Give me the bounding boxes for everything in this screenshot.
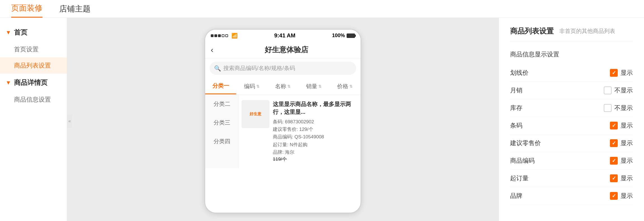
phone-product-item: 好生意 这里显示商品名称，最多显示两行，这里显... 条码: 698730029… bbox=[242, 97, 358, 165]
status-time: 9:41 AM bbox=[274, 32, 295, 39]
product-name: 这里显示商品名称，最多显示两行，这里显... bbox=[273, 100, 358, 116]
setting-display-text-barcode: 显示 bbox=[621, 121, 633, 130]
setting-control-min-order: 显示 bbox=[610, 174, 633, 182]
setting-label-suggested-retail-price: 建议零售价 bbox=[510, 139, 610, 147]
signal-bar-1 bbox=[211, 34, 214, 37]
checkbox-strikethrough-price[interactable] bbox=[610, 69, 618, 77]
phone-status-bar: 📶 9:41 AM 100% bbox=[205, 30, 361, 42]
setting-control-product-code: 显示 bbox=[610, 157, 633, 165]
sidebar-section-home[interactable]: ▼ 首页 bbox=[0, 23, 67, 41]
setting-display-text-monthly-sales: 不显示 bbox=[614, 86, 633, 95]
setting-row-barcode: 条码显示 bbox=[510, 117, 633, 134]
right-panel-title: 商品列表设置 bbox=[510, 26, 554, 36]
sort-icon-sales: ⇅ bbox=[318, 84, 322, 88]
setting-row-strikethrough-price: 划线价显示 bbox=[510, 64, 633, 82]
phone-tab-sales[interactable]: 销量 ⇅ bbox=[299, 78, 330, 94]
main-layout: ▼ 首页 首页设置 商品列表设置 ▼ 商品详情页 商品信息设置 « bbox=[0, 18, 644, 221]
signal-bar-4 bbox=[222, 34, 224, 37]
product-thumbnail: 好生意 bbox=[242, 100, 269, 128]
setting-control-monthly-sales: 不显示 bbox=[604, 86, 633, 95]
battery-icon bbox=[347, 33, 355, 38]
setting-control-suggested-retail-price: 显示 bbox=[610, 139, 633, 147]
phone-search-input[interactable]: 🔍 搜索商品编码/名称/规格/条码 bbox=[210, 62, 356, 75]
setting-row-min-order: 起订量显示 bbox=[510, 170, 633, 187]
checkbox-min-order[interactable] bbox=[610, 174, 618, 182]
phone-back-button[interactable]: ‹ bbox=[211, 45, 213, 54]
product-info: 这里显示商品名称，最多显示两行，这里显... 条码: 69873002902 建… bbox=[273, 100, 358, 162]
setting-row-product-code: 商品编码显示 bbox=[510, 152, 633, 170]
status-signals: 📶 bbox=[211, 33, 238, 39]
setting-label-barcode: 条码 bbox=[510, 121, 610, 130]
setting-control-barcode: 显示 bbox=[610, 121, 633, 130]
checkbox-brand[interactable] bbox=[610, 192, 618, 200]
nav-page-decoration[interactable]: 页面装修 bbox=[11, 3, 42, 18]
product-suggested-price: 建议零售价: 129/个 bbox=[273, 126, 358, 133]
sidebar-item-product-info-settings[interactable]: 商品信息设置 bbox=[0, 92, 67, 108]
checkbox-product-code[interactable] bbox=[610, 157, 618, 165]
phone-cat-item-4[interactable]: 分类四 bbox=[205, 132, 238, 151]
sort-icon-name: ⇅ bbox=[287, 84, 291, 88]
setting-display-text-suggested-retail-price: 显示 bbox=[621, 139, 633, 147]
product-brand: 品牌: 海尔 bbox=[273, 148, 358, 156]
phone-cat-item-2[interactable]: 分类二 bbox=[205, 95, 238, 113]
product-min-order: 起订量: N件起购 bbox=[273, 141, 358, 148]
setting-display-text-brand: 显示 bbox=[621, 192, 633, 200]
product-code: 商品编码: QS-10549008 bbox=[273, 133, 358, 141]
checkbox-barcode[interactable] bbox=[610, 122, 618, 129]
sort-icon-price: ⇅ bbox=[349, 84, 353, 88]
settings-section-title: 商品信息显示设置 bbox=[510, 50, 633, 59]
setting-control-brand: 显示 bbox=[610, 192, 633, 200]
setting-label-stock: 库存 bbox=[510, 104, 604, 112]
phone-tab-code[interactable]: 编码 ⇅ bbox=[236, 78, 267, 94]
setting-display-text-strikethrough-price: 显示 bbox=[621, 69, 633, 77]
setting-label-strikethrough-price: 划线价 bbox=[510, 69, 610, 77]
product-price: 119/个 bbox=[273, 156, 358, 162]
checkbox-stock[interactable] bbox=[604, 104, 612, 112]
right-panel: 商品列表设置 非首页的其他商品列表 商品信息显示设置 划线价显示月销不显示库存不… bbox=[499, 18, 644, 221]
checkbox-suggested-retail-price[interactable] bbox=[610, 139, 618, 147]
product-barcode: 条码: 69873002902 bbox=[273, 118, 358, 126]
phone-tabs: 分类一 编码 ⇅ 名称 ⇅ 销量 ⇅ 价格 ⇅ bbox=[205, 78, 361, 95]
phone-tab-price[interactable]: 价格 ⇅ bbox=[330, 78, 361, 94]
signal-bar-2 bbox=[214, 34, 217, 37]
setting-label-min-order: 起订量 bbox=[510, 174, 610, 182]
nav-store-theme[interactable]: 店铺主题 bbox=[59, 4, 91, 18]
phone-product-list: 好生意 这里显示商品名称，最多显示两行，这里显... 条码: 698730029… bbox=[239, 95, 361, 168]
phone-nav-bar: ‹ 好生意体验店 bbox=[205, 42, 361, 58]
search-icon: 🔍 bbox=[214, 65, 221, 72]
setting-display-text-min-order: 显示 bbox=[621, 174, 633, 182]
setting-row-stock: 库存不显示 bbox=[510, 99, 633, 117]
arrow-icon: ▼ bbox=[6, 29, 11, 36]
phone-cat-item-3[interactable]: 分类三 bbox=[205, 113, 238, 132]
settings-list: 划线价显示月销不显示库存不显示条码显示建议零售价显示商品编码显示起订量显示品牌显… bbox=[510, 64, 633, 205]
setting-display-text-product-code: 显示 bbox=[621, 157, 633, 165]
top-nav: 页面装修 店铺主题 bbox=[0, 0, 644, 18]
phone-store-title: 好生意体验店 bbox=[218, 45, 355, 55]
setting-control-strikethrough-price: 显示 bbox=[610, 69, 633, 77]
arrow-icon-2: ▼ bbox=[6, 80, 11, 86]
checkbox-monthly-sales[interactable] bbox=[604, 87, 612, 94]
sidebar-item-product-list-settings[interactable]: 商品列表设置 bbox=[0, 57, 67, 74]
sidebar: ▼ 首页 首页设置 商品列表设置 ▼ 商品详情页 商品信息设置 « bbox=[0, 18, 67, 221]
signal-bar-3 bbox=[218, 34, 221, 37]
setting-label-brand: 品牌 bbox=[510, 192, 610, 200]
sidebar-section-product-detail[interactable]: ▼ 商品详情页 bbox=[0, 74, 67, 92]
wifi-icon: 📶 bbox=[231, 33, 238, 39]
setting-control-stock: 不显示 bbox=[604, 104, 633, 112]
sort-icon-code: ⇅ bbox=[256, 84, 260, 88]
setting-row-monthly-sales: 月销不显示 bbox=[510, 82, 633, 99]
setting-label-monthly-sales: 月销 bbox=[510, 86, 604, 95]
status-battery: 100% bbox=[332, 33, 355, 39]
phone-mockup: 📶 9:41 AM 100% ‹ 好生意体验店 🔍 搜索商品编码/名称/规格/条… bbox=[205, 29, 361, 213]
setting-row-suggested-retail-price: 建议零售价显示 bbox=[510, 134, 633, 152]
collapse-sidebar-button[interactable]: « bbox=[67, 114, 72, 128]
signal-bar-5 bbox=[225, 34, 228, 37]
phone-search-bar: 🔍 搜索商品编码/名称/规格/条码 bbox=[205, 58, 361, 78]
center-area: 📶 9:41 AM 100% ‹ 好生意体验店 🔍 搜索商品编码/名称/规格/条… bbox=[67, 18, 499, 221]
right-panel-header: 商品列表设置 非首页的其他商品列表 bbox=[510, 26, 633, 42]
phone-category-list: 分类二 分类三 分类四 bbox=[205, 95, 239, 168]
phone-tab-name[interactable]: 名称 ⇅ bbox=[267, 78, 298, 94]
sidebar-item-home-settings[interactable]: 首页设置 bbox=[0, 41, 67, 57]
phone-tab-cat1[interactable]: 分类一 bbox=[205, 78, 236, 94]
phone-content: 分类二 分类三 分类四 好生意 这里显示商品名称，最多显示两行，这里显... 条… bbox=[205, 95, 361, 168]
